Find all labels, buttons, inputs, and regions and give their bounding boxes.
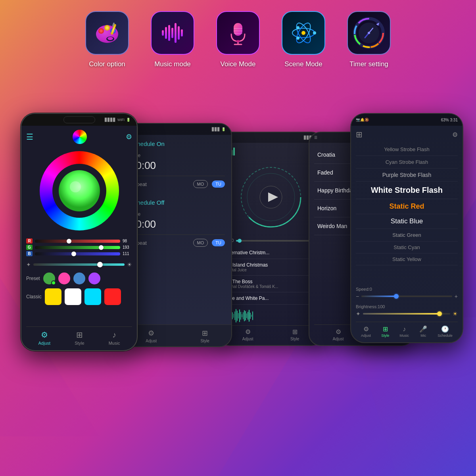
progress-track[interactable] (236, 240, 318, 242)
day-tu-2[interactable]: TU (212, 239, 225, 246)
adjust-icon: ⚙ (41, 330, 48, 340)
feature-music-mode: Music mode (151, 11, 194, 68)
atom-icon (290, 19, 317, 47)
svg-rect-13 (175, 23, 177, 43)
style-label: Style (75, 341, 84, 345)
speed-section: Speed:0 − + (356, 287, 458, 299)
phone5-status-text: 63% 3:31 (441, 118, 458, 122)
p5-nav-schedule[interactable]: 🕐 Schedule (438, 325, 453, 338)
features-section: Color option Music mode (0, 11, 476, 68)
brightness-low-icon: ✦ (356, 311, 361, 317)
speed-track[interactable] (361, 296, 452, 297)
mode-static-green[interactable]: Static Green (356, 229, 458, 242)
song-alt-christmas[interactable]: Alternative Christm... (224, 247, 318, 259)
classic-label: Classic (26, 294, 42, 299)
speed-label: Speed:0 (356, 287, 372, 292)
classic-yellow[interactable] (45, 288, 61, 305)
scene-mode-icon (282, 11, 325, 55)
static-green-label: Static Green (392, 232, 421, 238)
song-island-christmas[interactable]: An Island Christmas Digital Juice (224, 259, 318, 276)
schedule-on-section: Schedule On Time 00:00 Repeat MO TU (130, 140, 225, 188)
mode-white-strobe[interactable]: White Strobe Flash (356, 182, 458, 199)
mode-purple-strobe[interactable]: Purple Strobe Flash (356, 169, 458, 182)
music-mode-icon (151, 11, 194, 55)
brightness-track[interactable] (363, 313, 450, 315)
day-tu-1[interactable]: TU (212, 180, 225, 188)
p5-nav-mic[interactable]: 🎤 Mic (419, 325, 427, 338)
svg-rect-15 (181, 29, 183, 36)
nav-adjust[interactable]: ⚙ Adjust (38, 330, 51, 345)
classic-red[interactable] (104, 288, 121, 305)
day-mo-2[interactable]: MO (193, 239, 208, 247)
phone1-status-bar: ▊▊▊▊WiFi🔋 (21, 114, 137, 126)
p5-nav-adjust[interactable]: ⚙ Adjust (361, 325, 371, 338)
svg-point-22 (236, 40, 240, 42)
p4-nav-adjust[interactable]: ⚙ Adjust (333, 328, 344, 341)
p5-gear-icon[interactable]: ⚙ (452, 131, 458, 138)
p5-adjust-label: Adjust (361, 334, 371, 338)
phone1-color-circle (73, 130, 87, 144)
g-value: 193 (123, 245, 132, 250)
g-track[interactable] (35, 246, 120, 249)
svg-point-27 (313, 31, 316, 35)
brightness-slider[interactable] (33, 263, 125, 266)
b-track[interactable] (35, 252, 120, 255)
phone5-status-bar: 📷🔔🔕 63% 3:31 (351, 114, 463, 126)
adjust-label: Adjust (38, 341, 51, 345)
song-be-the-boss[interactable]: Be The Boss Michal Dvořáček & Tomáš K... (224, 276, 318, 292)
classic-white[interactable] (65, 288, 81, 305)
mode-cyan-strobe[interactable]: Cyan Strobe Flash (356, 156, 458, 169)
nav-style[interactable]: ⊞ Style (75, 330, 84, 345)
classic-cyan[interactable] (84, 288, 101, 305)
day-mo-1[interactable]: MO (193, 180, 208, 188)
preset-blue[interactable] (73, 273, 85, 284)
preset-green[interactable] (43, 273, 55, 284)
schedule-off-title: Schedule Off (130, 199, 225, 206)
svg-rect-12 (171, 28, 173, 38)
p5-nav-style[interactable]: ⊞ Style (381, 325, 389, 338)
p5-nav-music[interactable]: ♪ Music (399, 326, 409, 338)
time-on-label: Time (130, 153, 225, 158)
p3-nav-adjust[interactable]: ⚙ Adjust (242, 328, 253, 341)
circular-eq (224, 161, 318, 233)
nav-music[interactable]: ♪ Music (109, 330, 120, 345)
repeat-off-label: Repeat (130, 240, 189, 246)
purple-strobe-label: Purple Strobe Flash (382, 172, 432, 178)
speed-minus-icon[interactable]: − (356, 293, 359, 299)
speed-plus-icon[interactable]: + (455, 293, 458, 299)
preset-purple[interactable] (88, 273, 100, 284)
mode-static-blue[interactable]: Static Blue (356, 214, 458, 229)
color-wheel-svg[interactable] (38, 149, 121, 232)
p3-nav-style[interactable]: ⊞ Style (290, 328, 299, 341)
feature-timer-setting: Timer setting (347, 11, 391, 68)
mode-static-yellow[interactable]: Static Yellow (356, 253, 458, 265)
p2-style-label: Style (201, 339, 209, 343)
clock-icon (353, 17, 385, 49)
brightness-sun-icon: ☀ (127, 261, 132, 268)
svg-rect-10 (165, 27, 167, 39)
svg-point-28 (296, 26, 299, 29)
p3-style-label: Style (290, 337, 299, 341)
r-track[interactable] (35, 240, 120, 243)
schedule-off-section: Schedule Off Time 00:00 Repeat MO TU (130, 199, 225, 247)
p2-nav-adjust[interactable]: ⚙ Adjust (146, 329, 157, 343)
modes-list: Yellow Strobe Flash Cyan Strobe Flash Pu… (356, 143, 458, 284)
r-value: 98 (123, 239, 132, 243)
svg-rect-14 (178, 26, 180, 40)
phone1-menu-icon: ☰ (26, 132, 33, 142)
p2-adjust-label: Adjust (146, 339, 157, 343)
mode-static-cyan[interactable]: Static Cyan (356, 242, 458, 253)
time-on-value: 00:00 (130, 159, 225, 172)
mode-yellow-strobe[interactable]: Yellow Strobe Flash (356, 143, 458, 156)
song-blue-white[interactable]: Blue and White Pa... (224, 292, 318, 305)
scene-mode-label: Scene Mode (284, 60, 322, 68)
time-off-label: Time (130, 211, 225, 217)
p2-nav-style[interactable]: ⊞ Style (201, 329, 209, 343)
preset-pink[interactable] (58, 273, 70, 284)
phone2-status-bar: ☰ ▊▊▊ 🔋 (124, 124, 231, 135)
svg-point-40 (368, 32, 370, 34)
phone1: ▊▊▊▊WiFi🔋 ☰ ⚙ (21, 113, 138, 351)
schedule-on-title: Schedule On (130, 140, 225, 147)
mode-static-red[interactable]: Static Red (356, 199, 458, 214)
color-option-label: Color option (89, 60, 125, 68)
